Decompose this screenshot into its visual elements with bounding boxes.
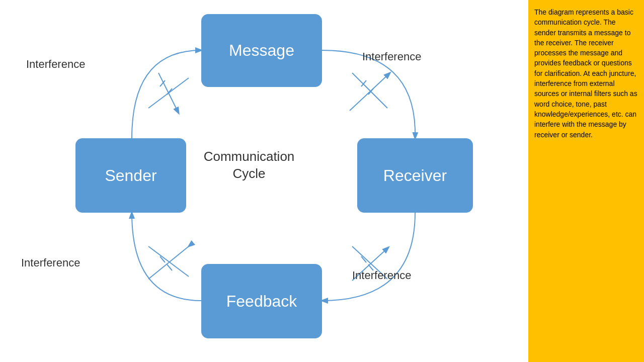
receiver-label: Receiver (383, 166, 447, 185)
svg-line-4 (160, 80, 165, 86)
sender-label: Sender (105, 166, 156, 185)
sidebar-text: The diagram represents a basic communica… (534, 7, 638, 140)
svg-line-9 (368, 88, 373, 95)
interference-bottom-left: Interference (21, 256, 80, 269)
feedback-label: Feedback (226, 292, 297, 311)
svg-line-13 (167, 264, 172, 270)
message-label: Message (229, 41, 294, 60)
svg-line-2 (148, 78, 189, 108)
sidebar-description: The diagram represents a basic communica… (528, 0, 644, 362)
diagram-center-title: Communication Cycle (196, 148, 302, 183)
svg-line-7 (350, 73, 390, 111)
diagram-area: Message Sender Receiver Feedback Communi… (0, 0, 528, 362)
interference-top-right: Interference (362, 50, 421, 63)
svg-line-12 (160, 256, 165, 262)
svg-line-6 (352, 73, 387, 108)
svg-line-5 (167, 88, 172, 95)
interference-top-left: Interference (26, 58, 85, 71)
interference-bottom-right: Interference (352, 269, 411, 282)
feedback-node: Feedback (201, 264, 322, 338)
message-node: Message (201, 14, 322, 87)
svg-line-16 (361, 256, 366, 262)
svg-line-3 (158, 73, 179, 113)
svg-line-8 (361, 80, 366, 86)
svg-line-11 (148, 246, 189, 279)
svg-line-10 (148, 246, 189, 277)
receiver-node: Receiver (357, 138, 473, 213)
sender-node: Sender (75, 138, 186, 213)
